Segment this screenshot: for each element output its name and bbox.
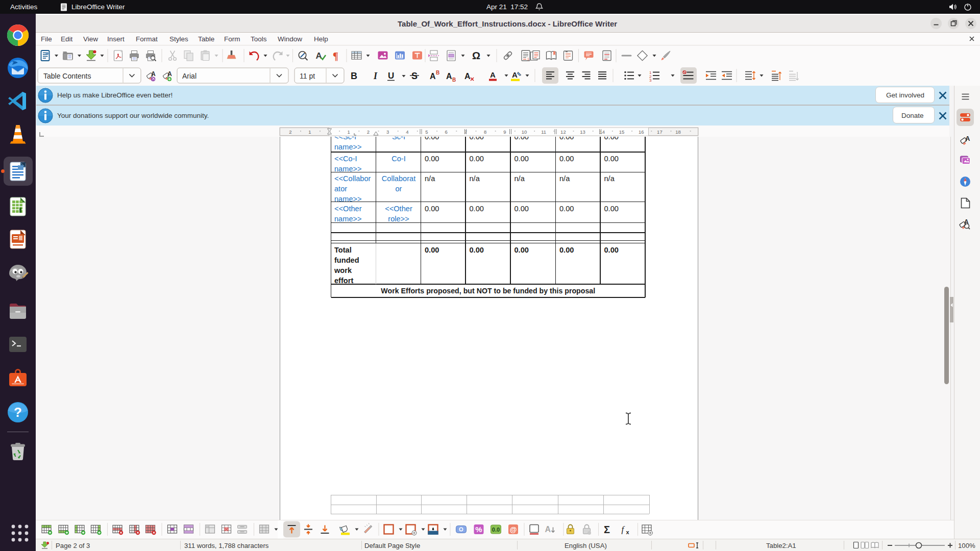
svg-text:A: A xyxy=(545,525,551,534)
svg-text:12: 12 xyxy=(560,129,566,135)
svg-text:3: 3 xyxy=(386,129,389,135)
svg-text:5: 5 xyxy=(425,129,428,135)
svg-text:Table Contents: Table Contents xyxy=(43,72,91,80)
svg-text:B: B xyxy=(452,77,456,83)
svg-text:A: A xyxy=(446,72,452,81)
svg-text:10: 10 xyxy=(522,129,527,135)
svg-text:A: A xyxy=(490,70,496,79)
svg-text:16: 16 xyxy=(639,129,644,135)
svg-text:I: I xyxy=(373,71,378,81)
svg-text:14: 14 xyxy=(600,129,605,135)
svg-text:Arial: Arial xyxy=(182,72,197,80)
svg-text:%: % xyxy=(475,525,482,534)
svg-text:15: 15 xyxy=(619,129,625,135)
svg-text:6: 6 xyxy=(445,129,448,135)
svg-text:4: 4 xyxy=(406,129,408,135)
svg-text:1: 1 xyxy=(527,57,529,61)
svg-text:0.0: 0.0 xyxy=(492,527,500,533)
svg-text:11 pt: 11 pt xyxy=(300,72,315,80)
svg-text:A: A xyxy=(512,70,518,79)
svg-text:B: B xyxy=(436,70,439,76)
svg-text:x: x xyxy=(626,529,630,535)
svg-text:U: U xyxy=(388,71,394,81)
svg-text:@: @ xyxy=(510,525,517,534)
svg-text:Ω: Ω xyxy=(472,50,480,61)
svg-text:1: 1 xyxy=(308,129,311,135)
svg-text:2: 2 xyxy=(367,129,370,135)
svg-text:13: 13 xyxy=(580,129,585,135)
svg-text:B: B xyxy=(351,71,357,81)
svg-text:Σ: Σ xyxy=(604,524,610,535)
svg-text:9: 9 xyxy=(503,129,506,135)
svg-text:17: 17 xyxy=(657,129,663,135)
svg-text:3: 3 xyxy=(649,78,652,83)
svg-text:8: 8 xyxy=(484,129,486,135)
svg-text:2: 2 xyxy=(289,129,291,135)
svg-text:A: A xyxy=(151,70,156,78)
svg-text:1: 1 xyxy=(348,129,350,135)
svg-text:¶: ¶ xyxy=(333,51,338,62)
svg-text:18: 18 xyxy=(675,129,681,135)
svg-text:?: ? xyxy=(14,405,22,420)
svg-text:11: 11 xyxy=(541,129,546,135)
svg-text:A: A xyxy=(965,135,970,142)
svg-text:A: A xyxy=(430,72,436,81)
svg-text:A: A xyxy=(464,72,471,81)
svg-text:A: A xyxy=(167,70,172,78)
svg-text:f: f xyxy=(622,524,625,534)
svg-text:A: A xyxy=(316,51,322,61)
svg-text:S: S xyxy=(411,71,418,81)
